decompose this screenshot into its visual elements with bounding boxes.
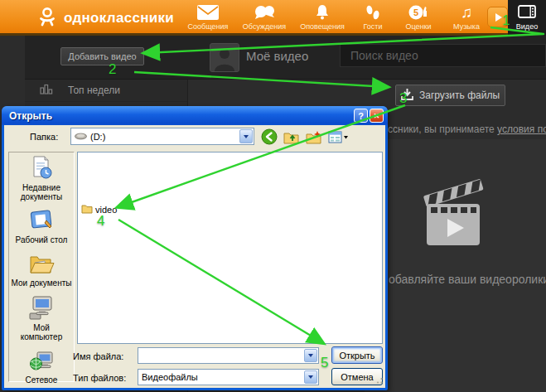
- folder-select-value: (D:): [90, 132, 105, 142]
- nav-grades[interactable]: 5 Оценки: [398, 3, 439, 31]
- upload-files-button[interactable]: Загрузить файлы: [395, 85, 505, 106]
- filetype-label: Тип файлов:: [73, 373, 126, 383]
- place-my-documents[interactable]: Мои документы: [9, 252, 74, 288]
- add-video-button[interactable]: Добавить видео: [60, 47, 144, 65]
- search-input[interactable]: [340, 44, 546, 67]
- ok-logo-icon: [36, 6, 58, 31]
- dialog-close-button[interactable]: ✕: [370, 109, 384, 123]
- filename-input[interactable]: [142, 350, 294, 361]
- dialog-titlebar[interactable]: Открыть: [2, 106, 388, 125]
- dialog-body: Папка: (D:): [4, 125, 385, 388]
- folder-label: Папка:: [30, 132, 58, 142]
- site-logo-text: одноклассники: [64, 10, 174, 27]
- sidebar-item-top-week[interactable]: Топ недели: [25, 80, 187, 102]
- folder-select[interactable]: (D:): [70, 128, 254, 145]
- open-button[interactable]: Открыть: [331, 346, 383, 364]
- upload-files-label: Загрузить файлы: [419, 90, 500, 101]
- resize-grip[interactable]: [374, 375, 384, 386]
- nav-guests[interactable]: Гости: [355, 3, 391, 31]
- terms-link[interactable]: условия пользо: [497, 123, 546, 135]
- filename-combo[interactable]: [138, 347, 319, 364]
- tv-icon: [518, 5, 536, 22]
- my-documents-icon: [28, 252, 55, 277]
- filename-combo-arrow[interactable]: [304, 349, 317, 362]
- site-logo[interactable]: одноклассники: [36, 6, 174, 31]
- recent-documents-icon: [29, 155, 54, 181]
- place-desktop[interactable]: Рабочий стол: [9, 209, 74, 244]
- dialog-title: Открыть: [2, 110, 52, 122]
- nav-discussions[interactable]: Обсуждения: [239, 3, 290, 31]
- filetype-value: Видеофайлы: [142, 372, 198, 382]
- desktop-icon: [29, 209, 54, 234]
- terms-text: ссники, вы принимаете условия пользо: [388, 123, 546, 135]
- place-network[interactable]: Сетевое: [9, 349, 74, 385]
- envelope-icon: [197, 3, 219, 22]
- tab-video-label: Видео: [516, 22, 538, 31]
- sidebar-item-label: Топ недели: [68, 85, 120, 96]
- network-icon: [29, 349, 54, 374]
- film-clapper-icon: [417, 169, 493, 252]
- bell-icon: [314, 3, 331, 22]
- dialog-help-button[interactable]: ?: [354, 109, 368, 123]
- back-icon[interactable]: [261, 128, 278, 145]
- nav-messages[interactable]: Сообщения: [184, 3, 232, 31]
- open-file-dialog: Открыть ? ✕ Папка: (D:): [2, 106, 388, 390]
- nav-music[interactable]: ♫ Музыка: [446, 3, 487, 31]
- dialog-toolbar: [261, 128, 348, 145]
- svg-text:5: 5: [413, 7, 418, 17]
- folder-select-arrow[interactable]: [239, 129, 253, 143]
- empty-videos-caption: обавляйте ваши видеоролики!: [389, 273, 546, 286]
- drive-icon: [75, 132, 87, 142]
- folder-icon: [81, 204, 93, 215]
- music-note-icon: ♫: [461, 3, 472, 22]
- mini-player-button[interactable]: [487, 7, 508, 27]
- chat-bubbles-icon: [254, 3, 275, 22]
- list-item-video-folder[interactable]: video: [81, 204, 117, 215]
- filetype-combo[interactable]: Видеофайлы: [138, 369, 319, 385]
- chart-icon: [40, 83, 53, 98]
- filetype-combo-arrow[interactable]: [304, 370, 317, 384]
- main-nav: Сообщения Обсуждения Оповещения Гости 5 …: [184, 3, 487, 31]
- place-recent-documents[interactable]: Недавние документы: [9, 155, 74, 201]
- place-my-computer[interactable]: Мой компьютер: [9, 295, 74, 341]
- places-bar: Недавние документы Рабочий стол Мои доку…: [8, 152, 75, 382]
- new-folder-icon[interactable]: [306, 130, 322, 144]
- page-title: Моё видео: [246, 49, 308, 63]
- nav-notifications[interactable]: Оповещения: [297, 3, 348, 31]
- avatar[interactable]: [210, 43, 239, 72]
- file-list[interactable]: video: [77, 152, 383, 344]
- play-icon: [495, 13, 502, 22]
- my-computer-icon: [28, 295, 55, 322]
- up-folder-icon[interactable]: [283, 130, 300, 144]
- empty-videos-panel: обавляйте ваши видеоролики!: [365, 139, 546, 392]
- site-header: одноклассники Сообщения Обсуждения Опове…: [0, 0, 546, 36]
- download-icon: [401, 89, 413, 103]
- grade-5-icon: 5: [408, 3, 428, 22]
- filename-label: Имя файла:: [73, 351, 123, 361]
- views-icon[interactable]: [328, 131, 348, 143]
- tab-video[interactable]: Видео: [508, 0, 546, 36]
- footprints-icon: [365, 3, 380, 22]
